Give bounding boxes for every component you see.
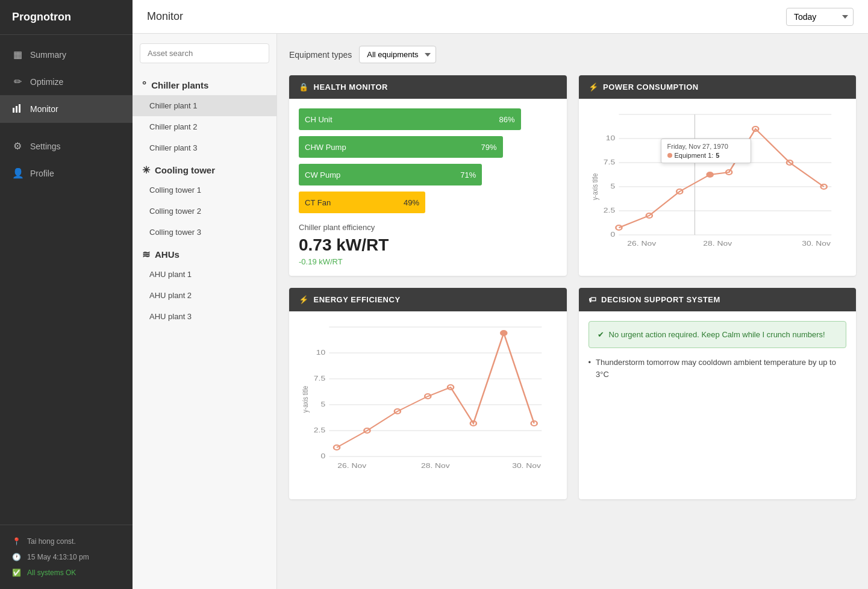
location-text: Tai hong const. (27, 537, 76, 546)
monitor-icon (12, 103, 23, 115)
list-item[interactable]: Colling tower 3 (133, 222, 276, 243)
main-area: Monitor Today Yesterday This Week This M… (133, 0, 868, 589)
sidebar-nav: ▦ Summary ✏ Optimize Monitor ⚙ Settings … (0, 35, 133, 525)
ct-fan-label: CT Fan (305, 198, 331, 207)
health-monitor-icon: 🔒 (299, 83, 309, 92)
efficiency-label: Chiller plant efficiency (299, 223, 557, 232)
power-consumption-body: 0 2.5 5 7.5 10 y-axis title 26. Nov 28. … (579, 99, 857, 275)
asset-search-input[interactable] (140, 43, 269, 63)
chiller-plants-label: Chiller plants (151, 80, 208, 90)
energy-chart: 0 2.5 5 7.5 10 y-axis title 26. Nov 28. … (299, 321, 557, 490)
energy-chart-svg: 0 2.5 5 7.5 10 y-axis title 26. Nov 28. … (299, 321, 557, 478)
sidebar-item-monitor[interactable]: Monitor (0, 95, 133, 123)
dss-alert: ✔ No urgent action required. Keep Calm w… (589, 321, 847, 348)
cw-pump-bar: CW Pump 71% (299, 164, 482, 185)
svg-text:7.5: 7.5 (603, 158, 614, 166)
dss-bullet-item: Thunderstorm tomorrow may cooldown ambie… (589, 357, 847, 380)
svg-point-22 (707, 172, 713, 177)
sidebar-label-summary: Summary (30, 50, 66, 60)
dss-alert-text: No urgent action required. Keep Calm whi… (609, 330, 825, 339)
svg-text:7.5: 7.5 (314, 375, 325, 382)
health-bar-cw-pump: CW Pump 71% (299, 164, 557, 185)
efficiency-delta: -0.19 kW/RT (299, 257, 557, 266)
health-monitor-header: 🔒 HEALTH MONITOR (289, 75, 567, 99)
tooltip-value: 5 (716, 152, 719, 159)
power-chart-tooltip: Friday, Nov 27, 1970 Equipment 1: 5 (661, 139, 751, 163)
app-logo: Prognotron (0, 0, 133, 35)
bottom-cards-row: ⚡ ENERGY EFFICIENCY (289, 288, 856, 499)
list-item[interactable]: Colling tower 2 (133, 201, 276, 222)
power-consumption-title: POWER CONSUMPTION (603, 83, 699, 92)
chiller-plants-icon: ° (142, 79, 146, 92)
power-chart: 0 2.5 5 7.5 10 y-axis title 26. Nov 28. … (589, 108, 847, 265)
decision-support-icon: 🏷 (589, 295, 597, 304)
clock-icon: 🕐 (12, 553, 21, 561)
ch-unit-value: 86% (499, 115, 514, 124)
energy-efficiency-icon: ⚡ (299, 295, 309, 304)
group-header-ahus: ≋ AHUs (133, 243, 276, 264)
svg-text:28. Nov: 28. Nov (703, 240, 732, 247)
svg-text:10: 10 (605, 134, 614, 142)
page-title: Monitor (147, 10, 183, 23)
dss-bullet-text: Thunderstorm tomorrow may cooldown ambie… (596, 357, 846, 380)
power-chart-svg: 0 2.5 5 7.5 10 y-axis title 26. Nov 28. … (589, 108, 847, 253)
list-item[interactable]: Colling tower 1 (133, 179, 276, 201)
svg-point-48 (501, 331, 507, 335)
svg-text:y-axis title: y-axis title (591, 173, 599, 200)
time-text: 15 May 4:13:10 pm (27, 553, 89, 561)
svg-text:0: 0 (320, 452, 325, 460)
left-panel: ° Chiller plants Chiller plant 1 Chiller… (133, 34, 277, 589)
equipment-types-bar: Equipment types All equipments Chiller P… (289, 46, 856, 63)
sidebar-label-settings: Settings (30, 142, 61, 151)
power-consumption-card: ⚡ POWER CONSUMPTION (579, 75, 857, 276)
health-bar-ch-unit: CH Unit 86% (299, 108, 557, 130)
svg-rect-0 (13, 108, 14, 113)
energy-efficiency-header: ⚡ ENERGY EFFICIENCY (289, 288, 567, 311)
efficiency-section: Chiller plant efficiency 0.73 kW/RT -0.1… (299, 223, 557, 266)
list-item[interactable]: Chiller plant 2 (133, 116, 276, 137)
list-item[interactable]: Chiller plant 1 (133, 95, 276, 116)
top-cards-row: 🔒 HEALTH MONITOR CH Unit 86% CHW (289, 75, 856, 276)
list-item[interactable]: AHU plant 1 (133, 264, 276, 285)
list-item[interactable]: Chiller plant 3 (133, 137, 276, 158)
list-item[interactable]: AHU plant 3 (133, 306, 276, 327)
period-select[interactable]: Today Yesterday This Week This Month (786, 8, 854, 26)
energy-efficiency-card: ⚡ ENERGY EFFICIENCY (289, 288, 567, 499)
right-content: Equipment types All equipments Chiller P… (277, 34, 868, 589)
chw-pump-value: 79% (481, 143, 496, 152)
ct-fan-bar: CT Fan 49% (299, 192, 425, 213)
cw-pump-label: CW Pump (305, 170, 340, 179)
svg-text:30. Nov: 30. Nov (512, 462, 542, 469)
svg-rect-2 (19, 104, 20, 113)
sidebar-label-optimize: Optimize (30, 77, 63, 87)
optimize-icon: ✏ (12, 76, 23, 87)
asset-search-wrap (133, 43, 276, 73)
sidebar-item-optimize[interactable]: ✏ Optimize (0, 68, 133, 95)
svg-text:0: 0 (610, 231, 615, 238)
list-item[interactable]: AHU plant 2 (133, 285, 276, 306)
decision-support-header: 🏷 DECISION SUPPORT SYSTEM (579, 288, 857, 311)
group-header-chiller: ° Chiller plants (133, 73, 276, 95)
energy-efficiency-body: 0 2.5 5 7.5 10 y-axis title 26. Nov 28. … (289, 311, 567, 499)
svg-text:2.5: 2.5 (314, 426, 325, 434)
health-monitor-card: 🔒 HEALTH MONITOR CH Unit 86% CHW (289, 75, 567, 276)
equipment-types-select[interactable]: All equipments Chiller Pump Fan Cooling … (359, 46, 436, 63)
svg-text:y-axis title: y-axis title (301, 386, 309, 413)
status-item: ✅ All systems OK (12, 565, 120, 581)
svg-text:5: 5 (320, 400, 325, 408)
profile-icon: 👤 (12, 167, 23, 179)
health-bar-chw-pump: CHW Pump 79% (299, 136, 557, 158)
sidebar-item-summary[interactable]: ▦ Summary (0, 41, 133, 68)
decision-support-title: DECISION SUPPORT SYSTEM (601, 295, 720, 304)
health-monitor-body: CH Unit 86% CHW Pump 79% (289, 99, 567, 276)
ct-fan-value: 49% (404, 198, 419, 207)
dss-check-icon: ✔ (598, 330, 604, 339)
power-consumption-header: ⚡ POWER CONSUMPTION (579, 75, 857, 99)
health-monitor-title: HEALTH MONITOR (314, 83, 389, 92)
sidebar-item-settings[interactable]: ⚙ Settings (0, 132, 133, 160)
decision-support-body: ✔ No urgent action required. Keep Calm w… (579, 311, 857, 390)
sidebar-item-profile[interactable]: 👤 Profile (0, 160, 133, 187)
svg-point-19 (616, 225, 622, 230)
svg-rect-1 (16, 106, 17, 113)
cooling-tower-icon: ✳ (142, 164, 150, 176)
